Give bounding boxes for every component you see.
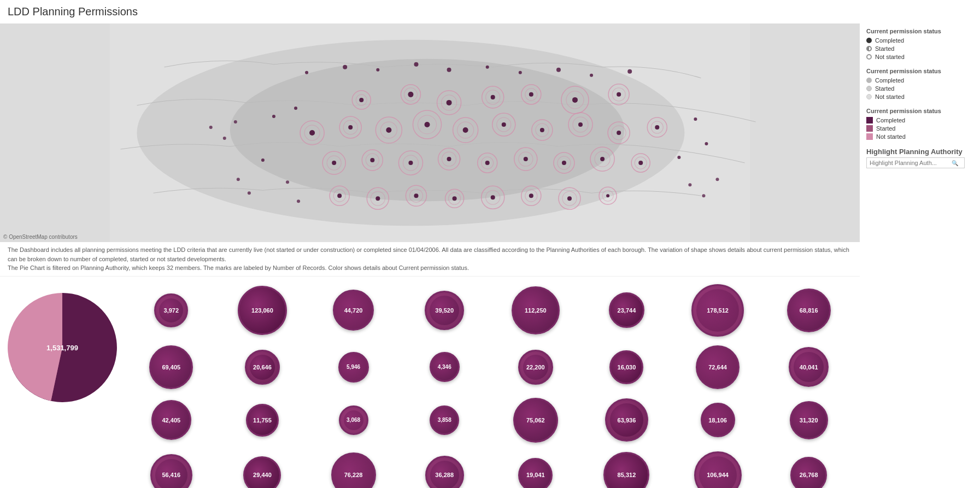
svg-point-127 — [688, 183, 691, 186]
svg-point-12 — [305, 71, 308, 74]
circle-item: 68,816 — [765, 284, 852, 337]
svg-point-113 — [491, 195, 495, 199]
circle-item: 3,858 — [401, 398, 488, 443]
circle-bubble: 40,041 — [789, 347, 829, 387]
circle-item: 42,405 — [128, 398, 215, 443]
svg-point-124 — [248, 191, 251, 195]
search-icon: 🔍 — [952, 160, 960, 166]
circle-item: 178,512 — [674, 284, 761, 337]
svg-point-7 — [486, 66, 489, 69]
svg-point-23 — [491, 95, 495, 99]
circle-bubble: 3,858 — [430, 405, 459, 435]
completed-dot-1 — [866, 38, 872, 43]
page-header: LDD Planning Permissions — [0, 0, 980, 23]
highlight-search-input[interactable] — [867, 158, 952, 168]
legend-item-started-3: Started — [866, 125, 973, 132]
legend-section-2: Current permission status Completed Star… — [866, 68, 973, 100]
notstarted-dot-2 — [866, 94, 872, 99]
circle-bubble: 3,972 — [154, 293, 188, 327]
pie-chart: 1,531,799 — [8, 293, 117, 402]
circle-bubble: 72,644 — [696, 345, 740, 389]
legend-item-notstarted-1: Not started — [866, 54, 973, 60]
legend-item-notstarted-2: Not started — [866, 93, 973, 100]
completed-dot-2 — [866, 78, 872, 83]
notstarted-rect-3 — [866, 133, 873, 140]
svg-point-71 — [677, 156, 680, 159]
svg-point-86 — [485, 161, 490, 165]
svg-point-9 — [556, 68, 561, 72]
svg-point-80 — [408, 161, 413, 165]
circle-bubble: 18,106 — [701, 403, 735, 437]
pie-label: 1,531,799 — [46, 343, 78, 351]
svg-point-69 — [694, 117, 697, 121]
legend-item-started-2: Started — [866, 85, 973, 92]
legend-label-notstarted-1: Not started — [875, 54, 905, 60]
circle-item: 39,520 — [401, 284, 488, 337]
circle-item: 20,646 — [219, 345, 306, 389]
notstarted-dot-1 — [866, 54, 872, 60]
circle-item: 85,312 — [583, 451, 670, 489]
circle-item: 36,288 — [401, 451, 488, 489]
svg-point-122 — [606, 194, 609, 197]
legend-item-notstarted-3: Not started — [866, 133, 973, 140]
circle-bubble: 76,228 — [331, 452, 376, 488]
svg-point-92 — [562, 161, 566, 165]
highlight-search-container[interactable]: 🔍 — [866, 157, 965, 168]
circle-item: 56,416 — [128, 451, 215, 489]
circle-bubble: 11,755 — [246, 404, 279, 437]
svg-point-11 — [627, 69, 632, 74]
legend-item-completed-2: Completed — [866, 77, 973, 84]
legend-label-notstarted-2: Not started — [875, 93, 905, 100]
svg-point-132 — [209, 126, 213, 129]
svg-point-50 — [463, 127, 468, 133]
description-line2: The Pie Chart is filtered on Planning Au… — [8, 263, 852, 273]
legend-label-completed-1: Completed — [875, 37, 904, 44]
svg-point-14 — [376, 68, 379, 72]
circles-grid: 3,972123,06044,72039,520112,25023,744178… — [128, 282, 852, 489]
svg-point-131 — [223, 137, 226, 140]
svg-point-62 — [617, 131, 621, 135]
circle-bubble: 23,744 — [609, 292, 644, 328]
circle-item: 69,405 — [128, 345, 215, 389]
svg-point-130 — [234, 120, 237, 124]
svg-point-70 — [705, 142, 708, 145]
svg-point-67 — [294, 107, 297, 110]
svg-point-26 — [529, 92, 533, 97]
completed-rect-3 — [866, 117, 873, 124]
circle-bubble: 16,030 — [609, 350, 643, 384]
circle-item: 22,200 — [492, 345, 579, 389]
circle-item: 16,030 — [583, 345, 670, 389]
page-title: LDD Planning Permissions — [0, 0, 980, 23]
circle-item: 31,320 — [765, 398, 852, 443]
svg-point-29 — [572, 97, 578, 103]
description-line1: The Dashboard includes all planning perm… — [8, 245, 852, 263]
svg-point-66 — [272, 115, 275, 118]
svg-point-101 — [337, 193, 342, 198]
legend-section-3: Current permission status Completed Star… — [866, 108, 973, 140]
circle-item: 63,936 — [583, 398, 670, 443]
circle-bubble: 4,346 — [430, 352, 460, 382]
circle-item: 26,768 — [765, 451, 852, 489]
circle-bubble: 85,312 — [603, 452, 649, 488]
legend-label-completed-2: Completed — [875, 77, 904, 84]
circle-bubble: 3,068 — [339, 405, 368, 435]
circle-item: 3,972 — [128, 284, 215, 337]
svg-point-5 — [414, 62, 418, 67]
svg-point-89 — [524, 157, 528, 161]
svg-point-107 — [414, 193, 418, 198]
svg-point-116 — [529, 193, 533, 198]
svg-point-32 — [617, 92, 621, 97]
svg-point-10 — [590, 74, 593, 77]
circle-item: 5,946 — [310, 345, 397, 389]
svg-point-56 — [540, 128, 544, 132]
map-attribution: © OpenStreetMap contributors — [3, 234, 78, 240]
legend-title-3: Current permission status — [866, 108, 973, 114]
svg-rect-4 — [750, 23, 860, 242]
svg-rect-3 — [0, 23, 109, 242]
svg-point-123 — [237, 178, 240, 181]
svg-point-6 — [447, 68, 451, 72]
legend-item-completed-3: Completed — [866, 117, 973, 124]
circle-bubble: 44,720 — [333, 290, 374, 331]
circle-item: 18,106 — [674, 398, 761, 443]
legend-item-completed-1: Completed — [866, 37, 973, 44]
